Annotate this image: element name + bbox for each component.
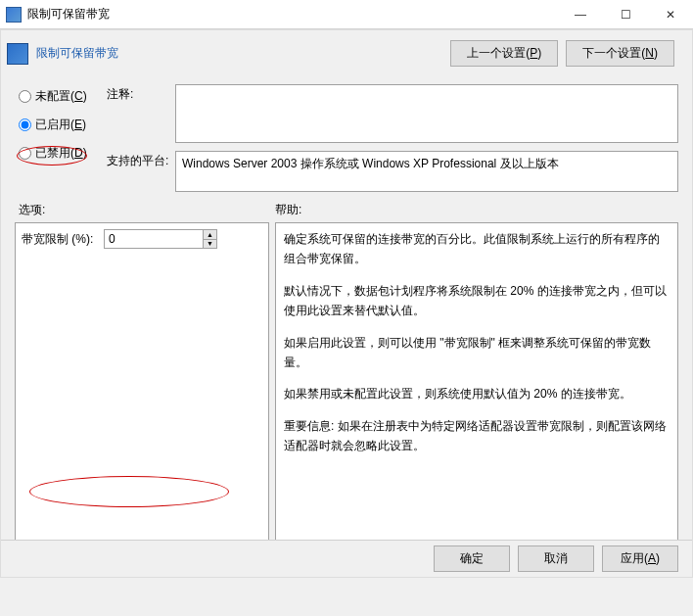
- radio-disabled-input[interactable]: [19, 147, 31, 160]
- bandwidth-limit-label: 带宽限制 (%):: [22, 231, 102, 248]
- radio-not-configured[interactable]: 未配置(C): [19, 88, 107, 105]
- platform-row: 支持的平台: Windows Server 2003 操作系统或 Windows…: [107, 151, 678, 192]
- prev-setting-button[interactable]: 上一个设置(P): [450, 40, 558, 67]
- policy-title: 限制可保留带宽: [36, 45, 450, 62]
- comment-row: 注释:: [107, 84, 678, 143]
- help-paragraph: 重要信息: 如果在注册表中为特定网络适配器设置带宽限制，则配置该网络适配器时就会…: [284, 416, 670, 456]
- dialog-footer: 确定 取消 应用(A): [1, 540, 692, 577]
- radio-disabled[interactable]: 已禁用(D): [19, 145, 107, 162]
- options-label: 选项:: [19, 202, 275, 218]
- header-row: 限制可保留带宽 上一个设置(P) 下一个设置(N): [1, 30, 692, 67]
- lower-labels: 选项: 帮助:: [1, 196, 692, 222]
- radio-enabled[interactable]: 已启用(E): [19, 117, 107, 133]
- nav-buttons: 上一个设置(P) 下一个设置(N): [450, 40, 674, 67]
- help-paragraph: 确定系统可保留的连接带宽的百分比。此值限制系统上运行的所有程序的组合带宽保留。: [284, 229, 670, 269]
- panels: 带宽限制 (%): ▲ ▼ 确定系统可保留的连接带宽的百分比。此值限制系统上运行…: [1, 222, 692, 545]
- ok-button[interactable]: 确定: [434, 545, 510, 572]
- spinner-buttons: ▲ ▼: [203, 230, 216, 248]
- apply-button[interactable]: 应用(A): [602, 545, 678, 572]
- state-radios: 未配置(C) 已启用(E) 已禁用(D): [19, 84, 107, 192]
- radio-enabled-input[interactable]: [19, 118, 31, 131]
- bandwidth-limit-input[interactable]: [105, 230, 203, 248]
- policy-icon: [7, 43, 28, 65]
- spinner-down-button[interactable]: ▼: [204, 240, 216, 249]
- app-icon: [6, 7, 22, 23]
- help-panel: 确定系统可保留的连接带宽的百分比。此值限制系统上运行的所有程序的组合带宽保留。 …: [275, 222, 678, 545]
- radio-not-configured-label: 未配置(C): [35, 88, 87, 105]
- cancel-button[interactable]: 取消: [518, 545, 594, 572]
- maximize-button[interactable]: ☐: [603, 0, 648, 28]
- dialog-content: 限制可保留带宽 上一个设置(P) 下一个设置(N) 未配置(C) 已启用(E) …: [0, 29, 693, 578]
- config-area: 未配置(C) 已启用(E) 已禁用(D) 注释: 支持的平台: Windows …: [1, 67, 692, 196]
- radio-enabled-label: 已启用(E): [35, 117, 86, 133]
- platform-label: 支持的平台:: [107, 151, 169, 192]
- annotation-ellipse-bandwidth: [29, 476, 229, 507]
- window-title: 限制可保留带宽: [27, 6, 558, 23]
- spinner-up-button[interactable]: ▲: [204, 230, 216, 240]
- next-setting-button[interactable]: 下一个设置(N): [566, 40, 674, 67]
- help-label: 帮助:: [275, 202, 301, 218]
- radio-disabled-label: 已禁用(D): [35, 145, 87, 162]
- options-panel: 带宽限制 (%): ▲ ▼: [15, 222, 269, 545]
- close-button[interactable]: ✕: [648, 0, 693, 28]
- title-bar: 限制可保留带宽 — ☐ ✕: [0, 0, 693, 29]
- help-paragraph: 默认情况下，数据包计划程序将系统限制在 20% 的连接带宽之内，但可以使用此设置…: [284, 281, 670, 321]
- help-paragraph: 如果启用此设置，则可以使用 "带宽限制" 框来调整系统可保留的带宽数量。: [284, 333, 670, 373]
- window-controls: — ☐ ✕: [558, 0, 693, 28]
- minimize-button[interactable]: —: [558, 0, 603, 28]
- description-area: 注释: 支持的平台: Windows Server 2003 操作系统或 Win…: [107, 84, 678, 192]
- radio-not-configured-input[interactable]: [19, 90, 31, 103]
- bandwidth-limit-row: 带宽限制 (%): ▲ ▼: [22, 229, 262, 249]
- comment-label: 注释:: [107, 84, 169, 143]
- platform-text: Windows Server 2003 操作系统或 Windows XP Pro…: [175, 151, 678, 192]
- help-paragraph: 如果禁用或未配置此设置，则系统使用默认值为 20% 的连接带宽。: [284, 384, 670, 403]
- bandwidth-limit-spinner[interactable]: ▲ ▼: [104, 229, 217, 249]
- comment-textarea[interactable]: [175, 84, 678, 143]
